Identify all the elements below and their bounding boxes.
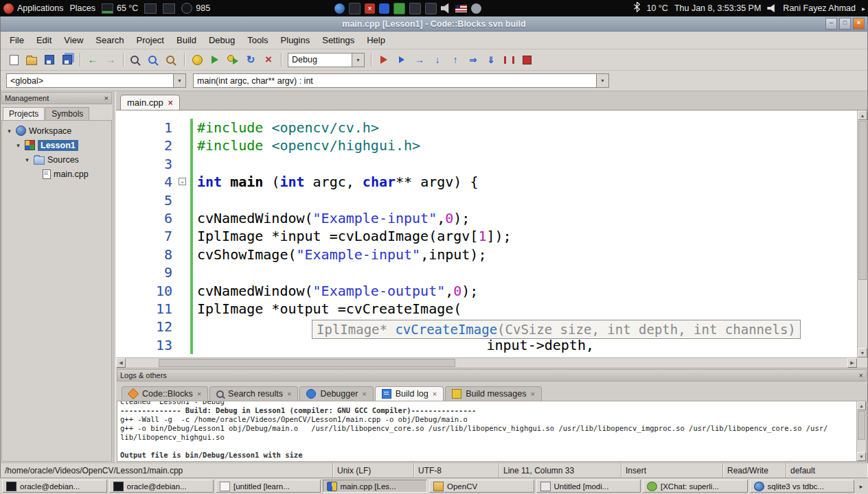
tree-item-workspace[interactable]: ▾Workspace [2, 124, 111, 138]
build-button[interactable] [189, 51, 205, 68]
abort-button[interactable] [260, 51, 277, 68]
scope-select[interactable]: <global> ▼ [6, 73, 186, 88]
code-editor[interactable]: 1#include <opencv/cv.h>2#include <opencv… [116, 110, 867, 368]
chevron-down-icon[interactable]: ▼ [596, 74, 608, 87]
logs-caption[interactable]: Logs & others × [117, 369, 867, 381]
close-icon[interactable]: × [287, 390, 291, 398]
build-and-run-button[interactable] [225, 51, 241, 68]
volume-icon[interactable] [441, 3, 451, 14]
redo-button[interactable] [102, 51, 119, 68]
fold-marker-icon[interactable]: - [179, 178, 186, 185]
close-icon[interactable]: × [859, 372, 863, 379]
close-icon[interactable]: × [197, 390, 201, 398]
menu-file[interactable]: File [3, 34, 30, 47]
find-in-files-button[interactable] [146, 51, 162, 68]
volume-icon[interactable] [767, 4, 777, 12]
bluetooth-icon[interactable] [634, 2, 640, 14]
menu-view[interactable]: View [58, 34, 89, 47]
new-file-button[interactable] [5, 51, 22, 68]
window-list-icon[interactable] [144, 3, 157, 14]
close-icon[interactable]: × [362, 390, 366, 398]
taskbar-button-main-cpp-les[interactable]: main.cpp [Les... [323, 480, 428, 493]
log-tab-build-log[interactable]: Build log× [375, 386, 444, 401]
break-debugger-button[interactable] [501, 51, 517, 68]
expander-icon[interactable]: ▾ [14, 142, 22, 149]
expander-icon[interactable]: ▾ [23, 156, 31, 163]
close-button[interactable]: × [853, 18, 865, 30]
tracker-icon[interactable] [471, 3, 481, 14]
menu-settings[interactable]: Settings [316, 34, 361, 47]
menu-help[interactable]: Help [361, 34, 391, 47]
run-button[interactable] [207, 51, 223, 68]
cpu-temp-applet[interactable]: 65 °C [102, 3, 138, 14]
scroll-down-icon[interactable]: ▼ [858, 348, 867, 357]
step-out-button[interactable] [447, 51, 464, 68]
menu-build[interactable]: Build [170, 34, 203, 47]
log-tab-debugger[interactable]: Debugger× [299, 386, 373, 401]
menu-project[interactable]: Project [130, 34, 170, 47]
taskbar-button-untitled-modi[interactable]: Untitled [modi... [536, 480, 641, 493]
monitor-a-icon[interactable] [409, 3, 421, 14]
expander-icon[interactable]: ▾ [5, 128, 13, 134]
close-icon[interactable]: × [168, 99, 173, 107]
applications-menu[interactable]: Applications [3, 3, 63, 14]
save-button[interactable] [41, 51, 58, 68]
management-tab-symbols[interactable]: Symbols [45, 107, 89, 120]
scrollbar-thumb[interactable] [159, 359, 455, 367]
menu-debug[interactable]: Debug [203, 34, 241, 47]
debug-continue-button[interactable] [376, 51, 392, 68]
log-tab-search-results[interactable]: Search results× [209, 386, 298, 401]
rebuild-button[interactable] [242, 51, 259, 68]
monitor-b-icon[interactable] [425, 3, 437, 14]
window-list-icon-2[interactable] [163, 3, 175, 14]
step-into-button[interactable] [429, 51, 446, 68]
undo-button[interactable] [84, 51, 101, 68]
taskbar-button-xchat-superli[interactable]: [XChat: superli... [643, 480, 748, 493]
next-line-button[interactable] [411, 51, 428, 68]
browser-icon[interactable] [334, 3, 345, 14]
tree-item-sources[interactable]: ▾Sources [2, 152, 111, 167]
menu-search[interactable]: Search [89, 34, 130, 47]
log-vertical-scrollbar[interactable]: ▲ ▼ [856, 401, 866, 461]
taskbar-button-opencv[interactable]: OpenCV [429, 480, 534, 493]
tree-item-main-cpp[interactable]: main.cpp [2, 167, 111, 181]
taskbar-button-oracle-debian[interactable]: oracle@debian... [2, 480, 107, 493]
panel-expand-icon[interactable]: ▸ [862, 5, 865, 12]
taskbar-arrow-icon[interactable]: ▸ [856, 483, 866, 490]
minimize-button[interactable]: – [825, 18, 837, 30]
management-tab-projects[interactable]: Projects [3, 107, 45, 120]
close-app-icon[interactable] [365, 3, 375, 14]
battery-icon[interactable] [393, 3, 405, 14]
us-flag-icon[interactable] [455, 5, 467, 12]
run-to-cursor-button[interactable] [393, 51, 410, 68]
menu-plugins[interactable]: Plugins [275, 34, 317, 47]
taskbar-button-oracle-debian[interactable]: oracle@debian... [109, 480, 214, 493]
scroll-up-icon[interactable]: ▲ [857, 401, 866, 410]
chevron-down-icon[interactable]: ▼ [352, 54, 364, 67]
bluetooth-icon[interactable] [379, 3, 389, 14]
outside-temp-indicator[interactable]: 10 °C [646, 3, 667, 13]
menu-tools[interactable]: Tools [241, 34, 274, 47]
step-into-instruction-button[interactable] [483, 51, 499, 68]
editor-vertical-scrollbar[interactable]: ▲ ▼ [857, 110, 867, 357]
clock[interactable]: Thu Jan 8, 3:53:35 PM [674, 3, 761, 13]
editor-horizontal-scrollbar[interactable]: ◀ ▶ [116, 357, 857, 368]
taskbar-button-sqlite3-vs-tdbc[interactable]: sqlite3 vs tdbc... [750, 480, 855, 493]
scroll-down-icon[interactable]: ▼ [857, 452, 866, 461]
tree-item-lesson1[interactable]: ▾Lesson1 [2, 138, 111, 152]
replace-button[interactable] [163, 51, 180, 68]
open-file-button[interactable] [23, 51, 40, 68]
menu-edit[interactable]: Edit [30, 34, 58, 47]
scroll-up-icon[interactable]: ▲ [858, 110, 867, 120]
taskbar-button-untitled-learn[interactable]: [untitled [learn... [216, 480, 321, 493]
log-tab-build-messages[interactable]: Build messages× [445, 386, 542, 401]
build-target-select[interactable]: Debug▼ [288, 53, 365, 67]
stop-debugger-button[interactable] [518, 51, 535, 68]
close-icon[interactable]: × [530, 390, 534, 398]
user-menu[interactable]: Rani Fayez Ahmad [783, 3, 856, 13]
scroll-right-icon[interactable]: ▶ [847, 358, 857, 368]
close-icon[interactable]: × [433, 390, 437, 398]
editor-tab-main-cpp[interactable]: main.cpp × [120, 95, 180, 110]
function-select[interactable]: main(int argc, char** argv) : int ▼ [193, 73, 609, 88]
chevron-down-icon[interactable]: ▼ [173, 74, 185, 87]
